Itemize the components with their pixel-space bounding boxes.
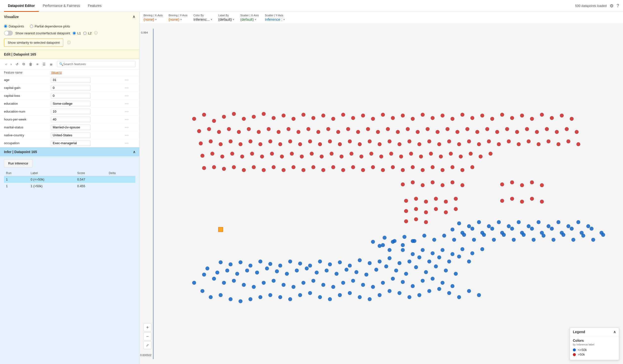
scatter-dot[interactable]: [414, 207, 418, 211]
scatter-dot[interactable]: [401, 168, 405, 172]
scatter-dot[interactable]: [520, 200, 524, 204]
scatter-dot[interactable]: [402, 235, 406, 239]
scatter-dot[interactable]: [391, 116, 395, 120]
scatter-dot[interactable]: [288, 297, 292, 301]
scatter-dot[interactable]: [389, 152, 393, 156]
scatter-dot[interactable]: [412, 239, 416, 243]
scatter-dot[interactable]: [510, 181, 514, 184]
feature-more-button[interactable]: ⋯: [125, 125, 129, 130]
scatter-dot[interactable]: [536, 220, 540, 224]
scatter-dot[interactable]: [510, 227, 514, 231]
scatter-dot[interactable]: [298, 142, 302, 146]
radio-partial-dependence[interactable]: Partial dependence plots: [30, 24, 70, 28]
scatter-dot[interactable]: [407, 140, 411, 144]
scatter-dot[interactable]: [457, 142, 461, 146]
scatter-dot[interactable]: [565, 127, 569, 131]
scatter-dot[interactable]: [268, 140, 272, 144]
scatter-dot[interactable]: [255, 271, 259, 275]
scatter-dot[interactable]: [421, 168, 425, 172]
scatter-dot[interactable]: [368, 140, 372, 144]
scatter-dot[interactable]: [345, 268, 349, 272]
scatter-dot[interactable]: [411, 284, 415, 288]
scatter-dot[interactable]: [441, 168, 445, 172]
next-button[interactable]: ›: [9, 61, 13, 67]
scatter-dot[interactable]: [500, 199, 504, 203]
scatter-dot[interactable]: [288, 140, 292, 144]
scatter-dot[interactable]: [291, 285, 295, 289]
scatter-dot[interactable]: [470, 227, 474, 231]
scatter-dot[interactable]: [520, 114, 524, 118]
similarity-button[interactable]: Show similarity to selected datapoint: [4, 39, 63, 47]
scatter-dot[interactable]: [242, 283, 246, 287]
feature-value-cell[interactable]: [47, 131, 121, 139]
scatter-dot[interactable]: [291, 117, 295, 121]
scatter-dot[interactable]: [540, 200, 544, 204]
scatter-dot[interactable]: [381, 113, 385, 117]
scatter-dot[interactable]: [212, 165, 216, 169]
scatter-dot[interactable]: [566, 140, 570, 144]
scatter-dot[interactable]: [407, 259, 411, 263]
scatter-dot[interactable]: [192, 281, 196, 285]
scatter-dot[interactable]: [228, 140, 232, 144]
scatter-dot[interactable]: [262, 168, 266, 172]
scatter-dot[interactable]: [444, 268, 448, 272]
scatter-dot[interactable]: [239, 260, 243, 264]
scatter-dot[interactable]: [308, 140, 312, 144]
scatter-dot[interactable]: [237, 130, 241, 134]
scatter-dot[interactable]: [197, 129, 201, 133]
scatter-dot[interactable]: [200, 154, 204, 158]
scatter-y-select[interactable]: Inference : ▾: [265, 17, 285, 21]
feature-value-cell[interactable]: [47, 76, 121, 84]
scatter-dot[interactable]: [456, 130, 460, 134]
scatter-dot[interactable]: [550, 116, 554, 120]
scatter-dot[interactable]: [560, 231, 564, 235]
scatter-dot[interactable]: [467, 224, 471, 228]
scatter-dot[interactable]: [340, 155, 344, 159]
scatter-dot[interactable]: [262, 112, 266, 116]
feature-more-button[interactable]: ⋯: [125, 141, 129, 146]
scatter-dot[interactable]: [219, 293, 222, 297]
scatter-dot[interactable]: [576, 220, 580, 224]
scatter-dot[interactable]: [240, 155, 244, 159]
scatter-dot[interactable]: [371, 165, 375, 169]
feature-value-cell[interactable]: [47, 92, 121, 100]
scatter-dot[interactable]: [368, 297, 372, 301]
scatter-dot[interactable]: [325, 268, 329, 272]
search-input[interactable]: [63, 62, 133, 66]
scatter-dot[interactable]: [300, 155, 304, 159]
feature-more-button[interactable]: ⋯: [125, 86, 129, 90]
scatter-dot[interactable]: [351, 116, 355, 120]
scatter-dot[interactable]: [480, 114, 484, 118]
scatter-dot[interactable]: [386, 127, 390, 131]
scatter-dot[interactable]: [424, 200, 428, 204]
scatter-dot[interactable]: [394, 268, 398, 272]
scatter-dot[interactable]: [431, 251, 435, 255]
scatter-dot[interactable]: [306, 127, 310, 131]
scatter-dot[interactable]: [472, 238, 476, 242]
scatter-dot[interactable]: [442, 234, 446, 237]
scatter-dot[interactable]: [356, 130, 360, 134]
scatter-dot[interactable]: [351, 279, 355, 283]
scatter-dot[interactable]: [414, 197, 418, 201]
scatter-dot[interactable]: [407, 295, 411, 299]
scatter-dot[interactable]: [278, 263, 282, 267]
scatter-dot[interactable]: [497, 220, 501, 224]
scatter-dot[interactable]: [590, 227, 594, 231]
scatter-dot[interactable]: [235, 272, 239, 276]
scatter-dot[interactable]: [248, 140, 252, 144]
scatter-dot[interactable]: [401, 182, 405, 186]
scatter-plot[interactable]: [140, 24, 623, 364]
scatter-dot[interactable]: [451, 227, 455, 231]
scatter-dot[interactable]: [411, 252, 415, 256]
scatter-dot[interactable]: [310, 152, 314, 156]
scatter-dot[interactable]: [404, 272, 408, 276]
scatter-dot[interactable]: [467, 259, 471, 263]
scatter-dot[interactable]: [209, 295, 213, 299]
scatter-dot[interactable]: [441, 183, 445, 187]
scatter-dot[interactable]: [470, 116, 474, 120]
scatter-dot[interactable]: [295, 268, 299, 272]
infer-collapse-btn[interactable]: ∧: [133, 150, 135, 154]
scatter-dot[interactable]: [427, 259, 431, 263]
scatter-dot[interactable]: [418, 142, 422, 146]
scatter-dot[interactable]: [446, 127, 450, 131]
